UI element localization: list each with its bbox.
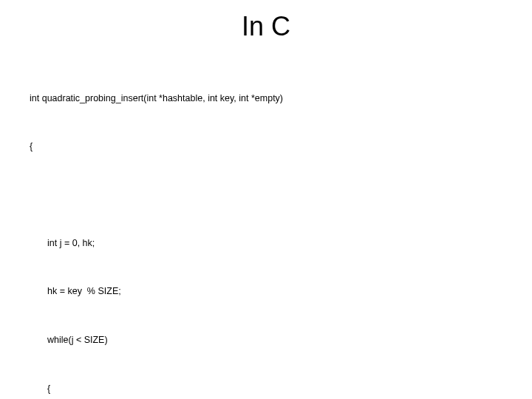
code-blank-line (30, 188, 502, 203)
code-line: hk = key % SIZE; (30, 284, 502, 300)
code-line: int quadratic_probing_insert(int *hashta… (30, 91, 502, 107)
code-line: { (30, 139, 502, 155)
code-block: int quadratic_probing_insert(int *hashta… (30, 58, 502, 399)
code-line: int j = 0, hk; (30, 236, 502, 252)
slide-container: In C int quadratic_probing_insert(int *h… (0, 0, 532, 399)
code-line: { (30, 381, 502, 398)
code-line: while(j < SIZE) (30, 332, 502, 349)
slide-title: In C (30, 11, 502, 42)
